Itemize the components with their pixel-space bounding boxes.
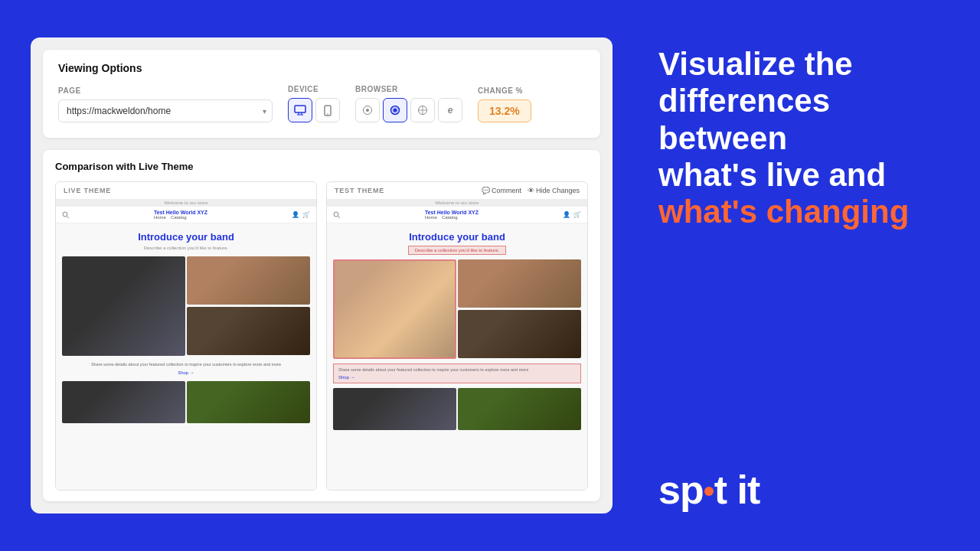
browser-buttons: e — [355, 98, 462, 122]
safari-icon — [417, 105, 428, 116]
test-mini-icons: 👤 🛒 — [563, 211, 581, 218]
test-guitar-image — [333, 388, 456, 430]
live-singer-image — [62, 256, 185, 356]
test-site-preview: Welcome to our store Test Hello World XY… — [327, 199, 587, 490]
test-text-block-highlighted: Share some details about your featured c… — [333, 364, 581, 383]
live-nav-catalog: Catalog — [171, 215, 187, 220]
test-hero-sub-highlighted: Describe a collection you'd like to feat… — [408, 246, 507, 255]
test-person-icon: 👤 — [563, 211, 570, 218]
test-theme-header: TEST THEME 💬 Comment 👁 Hide Changes — [327, 182, 587, 199]
test-nav-catalog: Catalog — [442, 215, 458, 220]
device-option-group: DEVICE — [288, 85, 340, 122]
comparison-section: Comparison with Live Theme LIVE THEME We… — [43, 150, 600, 501]
logo-spot: sp — [658, 467, 704, 513]
chrome-icon — [362, 105, 373, 116]
device-label: DEVICE — [288, 85, 340, 93]
live-store-name-text: Test Hello World XYZ — [154, 210, 207, 215]
change-label: CHANGE % — [478, 86, 531, 95]
viewing-options-title: Viewing Options — [58, 62, 585, 74]
test-theme-actions: 💬 Comment 👁 Hide Changes — [482, 187, 580, 194]
test-bottom-images — [333, 388, 581, 430]
live-hero-title: Introduce your band — [56, 223, 316, 246]
chrome-browser-button[interactable] — [355, 98, 380, 122]
right-panel: Visualize the differences between what's… — [643, 0, 980, 551]
test-nav-links: Home Catalog — [425, 215, 479, 220]
comment-icon: 💬 — [482, 187, 490, 194]
live-description-text: Share some details about your featured c… — [62, 362, 310, 368]
test-concert-image — [458, 388, 581, 430]
desktop-icon — [294, 105, 306, 116]
live-darkroom-image — [187, 307, 310, 355]
eye-icon: 👁 — [528, 187, 534, 194]
live-mini-nav: Test Hello World XYZ Home Catalog 👤 🛒 — [56, 207, 316, 223]
firefox-icon — [390, 105, 400, 116]
test-nav-home: Home — [425, 215, 437, 220]
test-mini-nav: Test Hello World XYZ Home Catalog 👤 🛒 — [327, 207, 587, 223]
mobile-device-button[interactable] — [315, 98, 340, 122]
live-nav-home: Home — [154, 215, 166, 220]
live-guitar-image — [62, 381, 185, 423]
live-cart-icon: 🛒 — [302, 211, 310, 218]
live-theme-header: LIVE THEME — [56, 182, 316, 199]
svg-point-16 — [334, 212, 338, 217]
live-shop-link: Shop → — [62, 370, 310, 375]
test-store-name-text: Test Hello World XYZ — [425, 210, 479, 215]
test-cart-icon: 🛒 — [573, 211, 581, 218]
live-text-block: Share some details about your featured c… — [62, 362, 310, 375]
comment-link[interactable]: 💬 Comment — [482, 187, 521, 194]
live-image-grid — [62, 256, 310, 356]
comment-label: Comment — [492, 187, 521, 194]
browser-label: BROWSER — [355, 85, 462, 93]
mobile-icon — [324, 105, 332, 116]
test-search-icon — [333, 211, 341, 219]
page-select[interactable]: https://mackweldon/home — [58, 99, 273, 122]
page-label: PAGE — [58, 86, 273, 95]
options-row: PAGE https://mackweldon/home ▾ DEVICE — [58, 85, 585, 122]
test-theme-label: TEST THEME — [335, 187, 384, 194]
test-image-grid — [333, 259, 581, 359]
comparison-title: Comparison with Live Theme — [55, 161, 588, 172]
live-concert-image — [187, 381, 310, 423]
svg-point-7 — [366, 109, 369, 112]
page-select-wrapper: https://mackweldon/home ▾ — [58, 99, 273, 122]
device-buttons — [288, 98, 340, 122]
left-panel: Viewing Options PAGE https://mackweldon/… — [0, 0, 643, 551]
edge-browser-button[interactable]: e — [438, 98, 462, 122]
live-top-bar: Welcome to our store — [56, 199, 316, 207]
safari-browser-button[interactable] — [410, 98, 435, 122]
logo-text: spt it — [658, 467, 942, 513]
tagline: Visualize the differences between what's… — [658, 46, 942, 233]
test-hero-title: Introduce your band — [327, 223, 587, 246]
live-person-icon: 👤 — [292, 211, 299, 218]
live-drums-image — [187, 256, 310, 305]
brand-logo: spt it — [658, 467, 942, 513]
live-theme-preview: LIVE THEME Welcome to our store Test Hel… — [55, 181, 317, 491]
logo-t: t it — [714, 467, 760, 513]
themes-row: LIVE THEME Welcome to our store Test Hel… — [55, 181, 588, 491]
test-trumpet-image — [333, 259, 456, 359]
hide-changes-link[interactable]: 👁 Hide Changes — [528, 187, 580, 194]
firefox-browser-button[interactable] — [383, 98, 407, 122]
live-store-name: Test Hello World XYZ Home Catalog — [154, 210, 207, 220]
test-theme-preview: TEST THEME 💬 Comment 👁 Hide Changes — [326, 181, 588, 491]
edge-icon-text: e — [448, 105, 453, 116]
tagline-line1: Visualize the — [658, 46, 853, 82]
desktop-device-button[interactable] — [288, 98, 312, 122]
test-darkroom-image — [458, 310, 581, 358]
tagline-line2: differences between — [658, 83, 830, 155]
tagline-heading: Visualize the differences between what's… — [658, 46, 942, 230]
svg-point-14 — [63, 212, 67, 217]
live-mini-icons: 👤 🛒 — [292, 211, 310, 218]
live-site-preview: Welcome to our store Test Hello World XY… — [56, 199, 316, 490]
change-badge: 13.2% — [478, 99, 531, 122]
test-top-bar: Welcome to our store — [327, 199, 587, 207]
logo-dot — [704, 487, 714, 496]
browser-option-group: BROWSER — [355, 85, 462, 122]
live-nav-links: Home Catalog — [154, 215, 207, 220]
change-option-group: CHANGE % 13.2% — [478, 86, 531, 122]
hide-changes-label: Hide Changes — [536, 187, 580, 194]
tagline-line3: what's live and — [658, 157, 886, 193]
main-card: Viewing Options PAGE https://mackweldon/… — [31, 37, 612, 514]
test-description-text: Share some details about your featured c… — [338, 367, 576, 373]
svg-point-10 — [394, 109, 397, 112]
